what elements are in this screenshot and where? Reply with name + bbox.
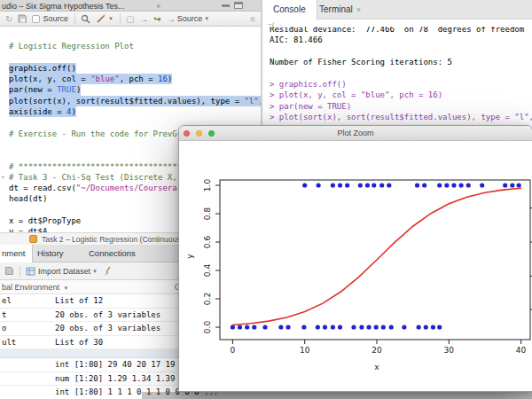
x-tick-label: 20 bbox=[372, 346, 382, 355]
data-point bbox=[459, 183, 464, 187]
maximize-pane-icon[interactable] bbox=[234, 2, 243, 9]
data-point bbox=[317, 183, 321, 187]
close-icon[interactable]: × bbox=[356, 5, 361, 14]
save-icon[interactable] bbox=[18, 14, 27, 23]
console-command: > plot(x, y, col = "blue", pch = 16) bbox=[262, 90, 532, 100]
source-tab-bar: udio – Six Sigma Hypothesis Tes... × bbox=[0, 0, 261, 12]
data-point bbox=[379, 183, 384, 187]
data-point bbox=[517, 183, 521, 187]
data-point bbox=[402, 325, 406, 329]
plot-zoom-window: Plot Zoom 0102030400.00.20.40.60.81.0xy bbox=[178, 125, 532, 392]
code-line[interactable]: graphics.off() bbox=[0, 63, 261, 74]
rerun-icon[interactable]: ↪ bbox=[153, 14, 160, 24]
back-icon[interactable]: ↻ bbox=[5, 14, 12, 24]
y-tick-label: 0.4 bbox=[203, 264, 212, 278]
data-point bbox=[245, 325, 249, 329]
y-axis-title: y bbox=[185, 254, 194, 259]
run-icon[interactable]: → bbox=[139, 14, 148, 24]
plot-box bbox=[220, 180, 530, 340]
y-tick-label: 0.2 bbox=[203, 293, 212, 305]
fitted-curve bbox=[232, 188, 520, 325]
console-command: > plot(sort(x), sort(result$fitted.value… bbox=[262, 112, 532, 122]
data-point bbox=[466, 183, 471, 187]
source-tab[interactable]: udio – Six Sigma Hypothesis Tes... bbox=[2, 2, 124, 11]
console-output-line bbox=[262, 46, 532, 57]
document-outline-icon[interactable]: ≡ bbox=[250, 14, 255, 24]
data-point bbox=[480, 183, 484, 187]
chevron-down-icon: ▼ bbox=[92, 269, 98, 274]
data-point bbox=[415, 183, 419, 187]
data-point bbox=[331, 325, 335, 329]
tab-history[interactable]: History bbox=[30, 245, 71, 262]
chevron-down-icon: ▼ bbox=[108, 16, 113, 21]
fold-icon[interactable]: ▾ bbox=[1, 172, 4, 183]
minimize-pane-icon[interactable] bbox=[222, 4, 230, 7]
tab-terminal[interactable]: Terminal× bbox=[312, 0, 368, 20]
chevron-down-icon: ▼ bbox=[204, 16, 209, 21]
data-point bbox=[366, 325, 371, 329]
console-output-line: AIC: 81.466 bbox=[262, 35, 532, 45]
code-line[interactable]: # Logistic Regression Plot bbox=[0, 41, 261, 51]
console-output[interactable]: Residual deviance: 77.466 on 78 degrees … bbox=[262, 27, 532, 126]
section-icon bbox=[29, 235, 37, 243]
console-output-line: Number of Fisher Scoring iterations: 5 bbox=[262, 57, 532, 67]
data-point bbox=[372, 183, 376, 187]
chevron-down-icon: ▼ bbox=[64, 286, 69, 291]
chunk-icon[interactable]: ▢ bbox=[126, 14, 134, 24]
source-on-save-checkbox[interactable]: Source bbox=[32, 14, 68, 23]
data-point bbox=[338, 325, 342, 329]
import-dataset-button[interactable]: Import Dataset ▼ bbox=[26, 267, 98, 276]
data-point bbox=[437, 325, 442, 329]
x-tick-label: 10 bbox=[300, 346, 310, 355]
data-point bbox=[431, 325, 435, 329]
data-point bbox=[338, 183, 342, 187]
data-point bbox=[252, 325, 256, 329]
data-point bbox=[302, 183, 307, 187]
logistic-regression-plot: 0102030400.00.20.40.60.81.0xy bbox=[180, 141, 532, 392]
code-line[interactable] bbox=[0, 30, 261, 41]
magic-wand-icon[interactable]: ▼ bbox=[96, 14, 113, 24]
search-icon[interactable] bbox=[81, 14, 90, 24]
checkbox-icon[interactable] bbox=[32, 15, 40, 23]
broom-icon[interactable] bbox=[103, 266, 113, 277]
data-point bbox=[381, 325, 386, 329]
data-point bbox=[510, 183, 514, 187]
code-line[interactable] bbox=[0, 52, 261, 63]
data-point bbox=[301, 325, 306, 329]
tab-connections[interactable]: Connections bbox=[82, 245, 143, 262]
data-point bbox=[437, 183, 442, 187]
data-point bbox=[417, 325, 421, 329]
data-point bbox=[351, 325, 356, 329]
data-point bbox=[278, 325, 283, 329]
console-output-line bbox=[262, 68, 532, 79]
x-tick-label: 0 bbox=[231, 346, 236, 355]
code-line[interactable]: axis(side = 4) bbox=[0, 106, 261, 117]
y-tick-label: 0.0 bbox=[203, 321, 212, 334]
source-run-icon: → bbox=[167, 14, 176, 24]
data-point bbox=[359, 325, 364, 329]
code-line[interactable]: par(new = TRUE) bbox=[0, 84, 261, 95]
data-point bbox=[323, 325, 327, 329]
close-icon[interactable]: × bbox=[156, 2, 160, 11]
console-output-line: Residual deviance: 77.466 on 78 degrees … bbox=[262, 27, 532, 35]
source-toolbar: ↻ Source ▼ ▢ → ↪ → Source ▼ ≡ bbox=[0, 12, 261, 27]
data-point bbox=[374, 325, 379, 329]
code-line[interactable]: plot(x, y, col = "blue", pch = 16) bbox=[0, 74, 261, 84]
data-point bbox=[238, 325, 242, 329]
data-point bbox=[422, 183, 426, 187]
x-tick-label: 40 bbox=[516, 346, 527, 355]
data-point bbox=[389, 325, 394, 329]
code-line[interactable]: plot(sort(x), sort(result$fitted.values)… bbox=[0, 96, 261, 106]
source-button[interactable]: → Source ▼ bbox=[167, 14, 209, 24]
y-tick-label: 0.6 bbox=[203, 236, 212, 249]
plot-window-title: Plot Zoom bbox=[179, 129, 532, 137]
data-point bbox=[387, 183, 391, 187]
save-icon[interactable] bbox=[5, 267, 13, 275]
current-section-label: Task 2 – Logistic Regression (Continuous… bbox=[42, 235, 197, 244]
data-point bbox=[331, 183, 335, 187]
plot-window-titlebar[interactable]: Plot Zoom bbox=[179, 126, 532, 141]
tab-console[interactable]: Console bbox=[262, 0, 317, 20]
console-tab-bar: Console Terminal× bbox=[262, 0, 532, 20]
data-point bbox=[444, 183, 449, 187]
tab-environment[interactable]: nment bbox=[0, 245, 33, 262]
